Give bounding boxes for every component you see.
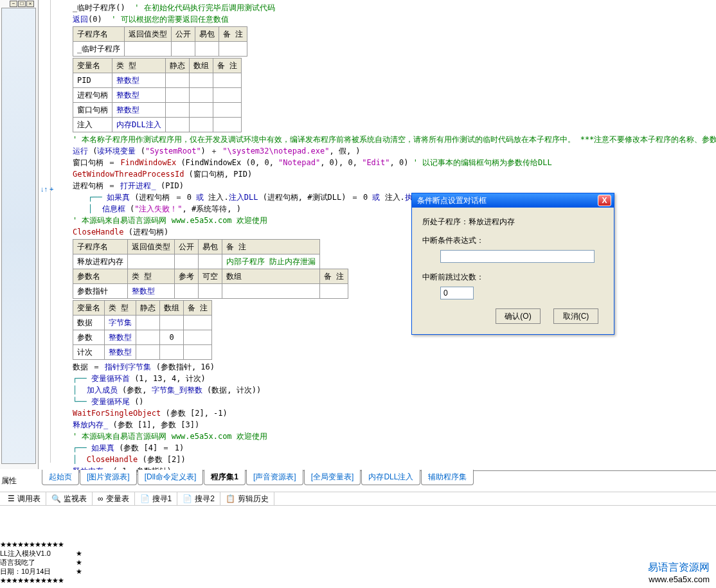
clipboard-icon: 📋 (226, 494, 235, 503)
condition-input[interactable] (440, 250, 595, 263)
bottom-panel-tabs: ☰调用表 🔍监视表 ∞变量表 📄搜寻1 📄搜寻2 📋剪辑历史 (0, 492, 716, 506)
page-search-icon: 📄 (183, 494, 192, 503)
btab-search2[interactable]: 📄搜寻2 (177, 492, 220, 506)
tab-global-var[interactable]: [全局变量表] (304, 470, 361, 485)
search-icon: 🔍 (51, 494, 61, 503)
tab-dll-cmd[interactable]: [Dll命令定义表] (138, 470, 204, 485)
skip-input[interactable] (440, 287, 474, 299)
fold-marker[interactable]: ↓↑ + (40, 185, 53, 193)
sub-name: _临时子程序 (73, 3, 116, 12)
code-gutter (39, 0, 51, 463)
code-editor[interactable]: _临时子程序() ' 在初始化代码执行完毕后调用测试代码 返回(0) ' 可以根… (73, 2, 715, 477)
sub-location-label: 所处子程序：释放进程内存 (422, 217, 604, 227)
editor-tabs: 起始页 [图片资源表] [Dll命令定义表] 程序集1 [声音资源表] [全局变… (42, 471, 474, 485)
sub-decl-table: 子程序名返回值类型公开易包备 注 _临时子程序 (73, 26, 247, 57)
sub-decl-table2: 子程序名返回值类型公开易包备 注 释放进程内存内部子程序 防止内存泄漏 参数名类… (73, 239, 348, 299)
skip-label: 中断前跳过次数： (422, 272, 604, 283)
page-search-icon: 📄 (140, 494, 150, 503)
close-icon[interactable]: X (598, 195, 611, 206)
btab-search1[interactable]: 📄搜寻1 (135, 492, 178, 506)
tab-progset1[interactable]: 程序集1 (204, 470, 246, 485)
tab-start[interactable]: 起始页 (42, 470, 79, 485)
tab-image-res[interactable]: [图片资源表] (80, 470, 137, 485)
panel-box-button[interactable]: □ (18, 1, 26, 7)
ok-button[interactable]: 确认(O) (496, 308, 541, 324)
properties-label: 属性 (1, 476, 17, 486)
comment: ' 在初始化代码执行完毕后调用测试代码 (134, 3, 274, 12)
btab-vars[interactable]: ∞变量表 (93, 492, 135, 506)
left-panel: − □ × (0, 0, 39, 469)
table-cell[interactable]: _临时子程序 (73, 42, 125, 57)
btab-watch[interactable]: 🔍监视表 (46, 492, 93, 506)
breakpoint-dialog: 条件断点设置对话框 X 所处子程序：释放进程内存 中断条件表达式： 中断前跳过次… (411, 193, 614, 335)
btab-calls[interactable]: ☰调用表 (3, 492, 46, 506)
glasses-icon: ∞ (98, 494, 103, 503)
condition-label: 中断条件表达式： (422, 235, 604, 246)
btab-clip[interactable]: 📋剪辑历史 (220, 492, 274, 506)
comment: ' 本名称子程序用作测试程序用，仅在开发及调试环境中有效，编译发布程序前将被系统… (73, 135, 716, 144)
code-gutter-fold[interactable] (51, 0, 71, 463)
left-toolbar: − □ × (9, 0, 39, 6)
tab-helper[interactable]: 辅助程序集 (421, 470, 474, 485)
left-preview (1, 8, 36, 464)
watermark: 易语言资源网 www.e5a5x.com (648, 561, 710, 584)
module-info: ★★★★★★★★★★★ LL注入模块V1.0★ 语言我吃了★ 日期：10月14日… (0, 540, 82, 585)
return-kw: 返回 (73, 15, 88, 24)
cancel-button[interactable]: 取消(C) (553, 308, 598, 324)
dialog-title-text: 条件断点设置对话框 (417, 195, 487, 206)
tab-sound-res[interactable]: [声音资源表] (246, 470, 303, 485)
panel-dash-button[interactable]: − (10, 1, 17, 7)
panel-close-button[interactable]: × (26, 1, 34, 7)
dialog-titlebar[interactable]: 条件断点设置对话框 X (412, 193, 614, 208)
var-table: 变量名类 型静态数组备 注 PID整数型 进程句柄整数型 窗口句柄整数型 注入内… (73, 58, 242, 132)
list-icon: ☰ (8, 494, 15, 503)
tab-mem-dll[interactable]: 内存DLL注入 (361, 470, 420, 485)
var-table2: 变量名类 型静态数组备 注 数据字节集 参数整数型0 计次整数型 (73, 300, 212, 360)
